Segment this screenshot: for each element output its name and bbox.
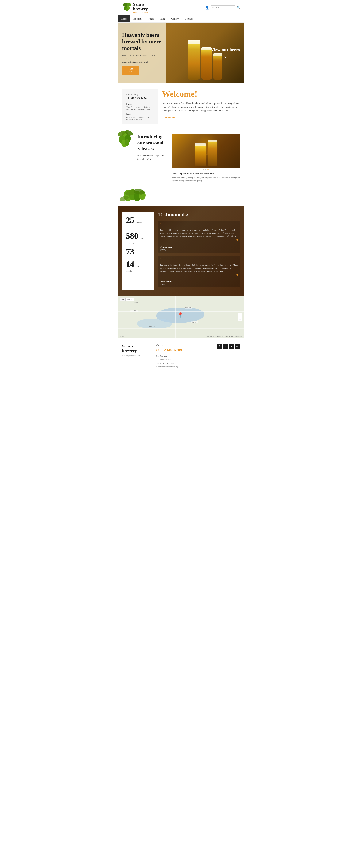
seasonal-right: Spring: Imperial Red Ale (available Marc… xyxy=(172,134,240,182)
address-text: 123 Strickland Road, Somecity, CA 12345 … xyxy=(156,358,213,369)
testimonial-2: " I'm very picky about tripels and other… xyxy=(158,256,240,287)
testimonial-1-text: Fragrant with the spicy aromas of clove,… xyxy=(160,228,238,238)
map-terms: Map data ©2018 Google Terms of Use Repor… xyxy=(206,336,242,337)
welcome-read-more-button[interactable]: Read more xyxy=(162,115,178,120)
beer-name: Spring: Imperial Red Ale xyxy=(172,173,194,175)
logo-area: Sam`s brewery Brewing company xyxy=(122,2,148,13)
address-label: My Company xyxy=(156,354,213,358)
stat-shops: 73 shops xyxy=(126,247,151,256)
hops-bottom-decoration xyxy=(118,188,244,206)
social-facebook[interactable]: f xyxy=(217,344,222,349)
hero-description: We brew authentic craft beers and offer … xyxy=(122,54,162,63)
svg-point-3 xyxy=(126,8,128,11)
view-beers-cta[interactable]: View our beers ⌄ xyxy=(211,47,240,59)
nav-gallery[interactable]: Gallery xyxy=(168,16,182,22)
stat-shops-label: shops xyxy=(136,253,141,255)
dot-1[interactable] xyxy=(203,169,204,170)
testimonials-heading: Testimonials: xyxy=(158,212,240,218)
tour-phone: +1 800 123 1234 xyxy=(126,97,155,100)
map-zoom-in[interactable]: + xyxy=(238,313,242,317)
dot-2[interactable] xyxy=(205,169,206,170)
testimonial-2-author: John Nelson xyxy=(160,280,238,283)
logo-name-line2: brewery xyxy=(133,6,148,11)
navigation: Home About us Pages Blog Gallery Contact… xyxy=(118,16,244,23)
stat-shops-number: 73 xyxy=(126,247,134,256)
google-logo: Google xyxy=(119,335,124,337)
beer-glasses xyxy=(188,40,222,82)
info-section: Tour booking +1 800 123 1234 Hours Mon–F… xyxy=(118,84,244,130)
quote-mark-2: " xyxy=(160,257,238,262)
map-type-control[interactable]: Map Satellite xyxy=(120,298,134,301)
testimonials-section: 25 sorts of beer 580 litres every day 73… xyxy=(118,206,244,296)
tours-times: 1:00pm, 3:00pm & 5:00pm xyxy=(126,116,155,118)
social-twitter[interactable]: tw xyxy=(235,344,240,349)
beer-mug-2 xyxy=(208,140,217,166)
footer-phone: 800-2345-6789 xyxy=(156,347,213,352)
nav-blog[interactable]: Blog xyxy=(157,16,168,22)
nav-home[interactable]: Home xyxy=(118,16,131,22)
welcome-area: Welcome! to Sam`s brewery in Grand Marai… xyxy=(162,89,240,120)
beer-availability: (available March–May) xyxy=(195,173,214,175)
footer-copyright: © 2018 | Privacy Policy xyxy=(122,355,152,357)
tours-days: Saturday & Sunday xyxy=(126,118,155,121)
seasonal-heading: Introducing our seasonal releases xyxy=(137,134,168,152)
svg-point-11 xyxy=(124,139,129,146)
hero-section: Heavenly beers brewed by mere mortals We… xyxy=(118,23,244,84)
seasonal-section: Introducing our seasonal releases Northw… xyxy=(118,130,244,188)
seasonal-caption: Spring: Imperial Red Ale (available Marc… xyxy=(172,172,240,175)
view-beers-text: View our beers xyxy=(211,47,240,52)
welcome-text: to Sam`s brewery in Grand Marais, Minnes… xyxy=(162,101,240,113)
tour-label: Tour booking xyxy=(126,93,155,96)
nav-contacts[interactable]: Contacts xyxy=(182,16,196,22)
tours-label: Tours xyxy=(126,113,155,116)
tour-booking-box: Tour booking +1 800 123 1234 Hours Mon–F… xyxy=(122,89,158,124)
footer-logo: Sam`s brewery © 2018 | Privacy Policy xyxy=(122,344,152,356)
stat-medals-number: 14 xyxy=(126,259,134,269)
stat-beer: 25 sorts of beer xyxy=(126,215,151,228)
nav-pages[interactable]: Pages xyxy=(145,16,157,22)
map-pin: 📍 xyxy=(177,312,184,318)
welcome-heading: Welcome! xyxy=(162,89,240,99)
header: Sam`s brewery Brewing company 👤 🔍 xyxy=(118,0,244,16)
map-zoom-out[interactable]: − xyxy=(238,317,242,321)
stat-litres: 580 litres every day xyxy=(126,231,151,244)
user-icon[interactable]: 👤 xyxy=(205,6,209,9)
beer-glass-large xyxy=(188,40,200,80)
logo-hops-icon xyxy=(122,3,132,12)
logo-text: Sam`s brewery Brewing company xyxy=(133,2,148,13)
search-icon[interactable]: 🔍 xyxy=(237,6,240,9)
footer: Sam`s brewery © 2018 | Privacy Policy Ca… xyxy=(118,338,244,374)
logo-name-line1: Sam`s xyxy=(133,2,144,6)
map-section: Grand Blvd New York Jersey City East Hil… xyxy=(118,296,244,338)
testimonial-1-role: (client) xyxy=(160,248,238,251)
hours-label: Hours xyxy=(126,103,155,105)
call-us-label: Call Us: xyxy=(156,344,164,347)
social-linkedin[interactable]: in xyxy=(229,344,234,349)
beer-glass-medium xyxy=(201,47,212,80)
seasonal-subtext: Northwest seasons expressed through craf… xyxy=(137,154,168,161)
footer-name-line2: brewery xyxy=(122,348,137,353)
map-zoom-controls: + − xyxy=(238,313,242,321)
nav-about[interactable]: About us xyxy=(130,16,145,22)
logo-tagline: Brewing company xyxy=(133,11,148,13)
testimonials-content: Testimonials: " Fragrant with the spicy … xyxy=(158,212,240,290)
testimonial-2-role: (client) xyxy=(160,283,238,285)
stats-box: 25 sorts of beer 580 litres every day 73… xyxy=(122,212,155,290)
seasonal-beer-image xyxy=(172,134,240,168)
image-dots xyxy=(172,169,240,170)
testimonial-2-text: I'm very picky about tripels and other B… xyxy=(160,264,238,273)
close-quote-1: " xyxy=(160,239,238,244)
hero-left: Heavenly beers brewed by mere mortals We… xyxy=(118,23,166,84)
hero-read-more-button[interactable]: Read more xyxy=(122,66,139,74)
hours-weekend: Sat–Sun 10:00am to 9:00pm xyxy=(126,108,155,111)
footer-contact: Call Us: 800-2345-6789 My Company 123 St… xyxy=(156,344,213,369)
social-pinterest[interactable]: p xyxy=(223,344,228,349)
testimonial-1-author: Tom Sawyer xyxy=(160,246,238,248)
dot-3[interactable] xyxy=(207,169,209,170)
footer-name-line1: Sam`s xyxy=(122,344,133,348)
hours-weekday: Mon–Fri 11:00am to 9:00pm xyxy=(126,106,155,108)
hero-right: View our beers ⌄ xyxy=(166,23,244,84)
testimonial-1: " Fragrant with the spicy aromas of clov… xyxy=(158,221,240,253)
beer-mug-1 xyxy=(195,143,206,166)
search-input[interactable] xyxy=(211,5,235,10)
